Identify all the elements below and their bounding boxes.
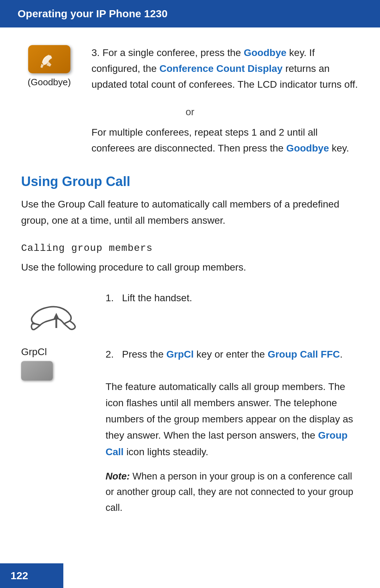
step2-detail2: icon lights steadily. [124,446,208,457]
multiple-conferees-text1: For multiple conferees, repeat steps 1 a… [91,127,318,154]
handset-lift-image [25,290,88,332]
goodbye-link[interactable]: Goodbye [244,47,286,58]
conference-count-link[interactable]: Conference Count Display [159,63,283,74]
step2-text-part2: key or enter the [194,349,268,360]
step2-row: GrpCl 2. Press the GrpCl key or enter th… [21,346,359,516]
note-bold: Note: [106,471,130,482]
step3-text: 3. For a single conferee, press the Good… [91,45,359,92]
step1-number: 1. [106,292,114,303]
step3-extra: For multiple conferees, repeat steps 1 a… [91,125,359,156]
step2-image-col: GrpCl [21,346,91,384]
page-header: Operating your IP Phone 1230 [0,0,380,27]
subsection-heading: Calling group members [21,243,359,254]
page-footer: 122 [0,563,63,588]
group-call-ffc-link[interactable]: Group Call FFC [268,349,340,360]
grpcl-label-col: GrpCl [21,346,91,380]
grpcl-text-label: GrpCl [21,346,47,358]
grpcl-link[interactable]: GrpCl [166,349,194,360]
grpcl-image-row: GrpCl [21,346,91,380]
goodbye-image-col: (Goodbye) [21,45,77,88]
or-divider: or [21,106,359,118]
multiple-conferees-text2: key. [329,143,349,154]
header-title: Operating your IP Phone 1230 [18,8,167,20]
svg-marker-1 [53,313,59,319]
goodbye-link2[interactable]: Goodbye [286,143,329,154]
using-group-call-section: Using Group Call Use the Group Call feat… [21,174,359,516]
step2-text-col: 2. Press the GrpCl key or enter the Grou… [106,346,359,516]
phone-icon [39,50,60,68]
goodbye-button-label: (Goodbye) [28,77,71,88]
section-heading: Using Group Call [21,174,359,189]
page-number: 122 [11,570,28,581]
step1-image-col [21,290,91,332]
step2-number: 2. [106,349,114,360]
step2-text-part3: . [340,349,343,360]
step1-row: 1. Lift the handset. [21,290,359,332]
step3-number: 3. [91,47,100,58]
goodbye-button-image [28,45,70,73]
note-text: When a person in your group is on a conf… [106,471,353,513]
step2-detail-text: The feature automatically calls all grou… [106,379,359,460]
step2-main-text: 2. Press the GrpCl key or enter the Grou… [106,346,359,363]
step3-text-part1: For a single conferee, press the [102,47,244,58]
step1-text: 1. Lift the handset. [106,290,359,306]
note-block: Note: When a person in your group is on … [106,469,359,516]
step2-detail1: The feature automatically calls all grou… [106,381,353,441]
step3-block: (Goodbye) 3. For a single conferee, pres… [21,45,359,92]
main-content: (Goodbye) 3. For a single conferee, pres… [0,27,380,558]
handset-lift-icon [25,290,88,332]
step2-text-part1: Press the [122,349,166,360]
subsection-intro: Use the following procedure to call grou… [21,259,359,276]
section-intro: Use the Group Call feature to automatica… [21,196,359,229]
step1-lift: Lift the handset. [122,292,192,303]
grpcl-button-image [21,361,53,380]
